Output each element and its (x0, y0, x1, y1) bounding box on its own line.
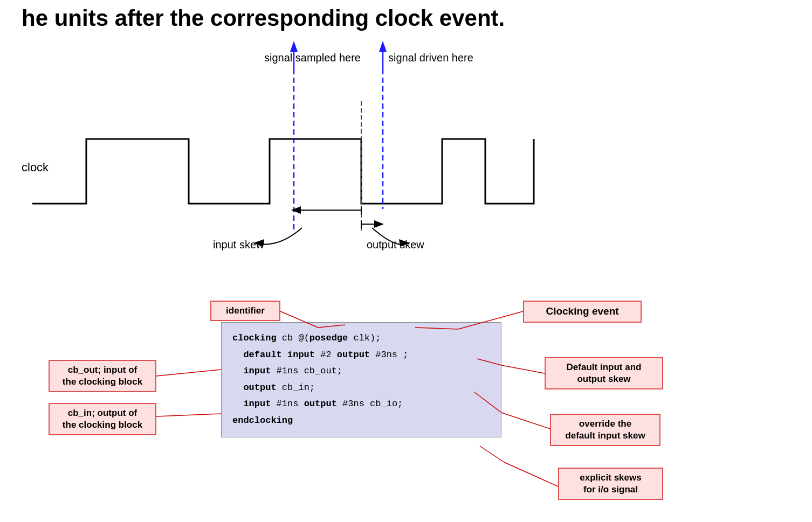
code-line-2: default input #2 output #3ns ; (232, 347, 490, 364)
annotation-cb-in: cb_in; output ofthe clocking block (49, 403, 156, 435)
code-line-5: input #1ns output #3ns cb_io; (232, 396, 490, 413)
annotation-override-skew: override thedefault input skew (550, 414, 660, 446)
code-block: clocking cb @(posedge clk); default inpu… (221, 322, 501, 437)
annotation-identifier: identifier (210, 301, 280, 321)
annotation-default-skew: Default input andoutput skew (545, 357, 663, 389)
svg-marker-4 (290, 41, 298, 52)
svg-line-21 (501, 365, 545, 373)
svg-line-25 (504, 462, 558, 486)
waveform-svg (16, 37, 555, 279)
label-output-skew: output skew (367, 239, 424, 251)
label-input-skew: input skew (213, 239, 264, 251)
page-container: he units after the corresponding clock e… (0, 0, 812, 522)
label-signal-driven: signal driven here (388, 52, 473, 64)
annotation-explicit-skew: explicit skewsfor i/o signal (558, 468, 663, 500)
svg-line-23 (501, 413, 550, 429)
code-line-6: endclocking (232, 413, 490, 429)
diagram-area: signal sampled here signal driven here c… (16, 37, 793, 522)
svg-line-26 (480, 446, 504, 462)
code-line-3: input #1ns cb_out; (232, 363, 490, 380)
svg-line-20 (156, 414, 221, 416)
annotation-cb-out: cb_out; input ofthe clocking block (49, 360, 156, 392)
label-signal-sampled: signal sampled here (264, 52, 361, 64)
code-line-4: output cb_in; (232, 380, 490, 396)
svg-line-19 (156, 370, 221, 376)
page-title: he units after the corresponding clock e… (16, 5, 796, 31)
svg-marker-8 (291, 206, 301, 214)
svg-marker-6 (379, 41, 387, 52)
annotation-clocking-event: Clocking event (523, 301, 642, 323)
label-clock: clock (22, 161, 49, 175)
code-line-1: clocking cb @(posedge clk); (232, 330, 490, 347)
svg-marker-11 (374, 220, 384, 228)
